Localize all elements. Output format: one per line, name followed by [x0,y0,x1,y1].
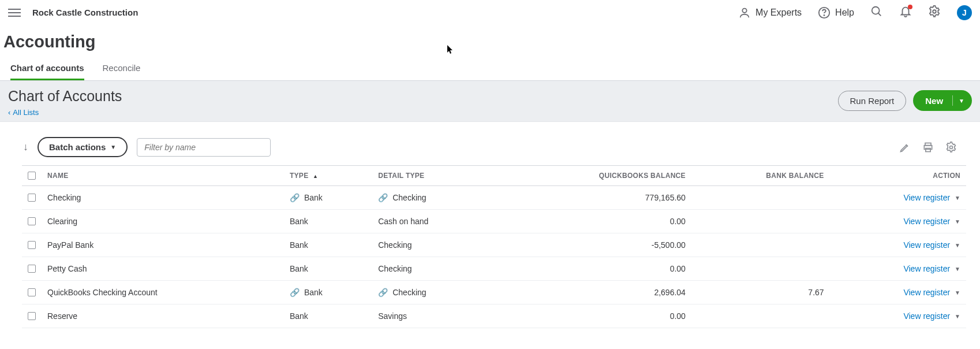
help-icon [818,6,831,19]
new-button[interactable]: New ▼ [913,90,972,111]
chevron-down-icon[interactable]: ▼ [955,195,960,201]
cell-action: View register▼ [830,186,966,210]
divider [952,95,953,106]
chevron-left-icon: ‹ [8,108,10,117]
cell-detail-text: Checking [392,288,426,297]
help-link[interactable]: Help [818,6,854,19]
col-type-label: TYPE [290,172,309,180]
filter-by-name-input[interactable] [137,138,271,157]
table-row: ClearingBankCash on hand0.00View registe… [22,210,966,233]
cell-bank-balance [691,186,830,210]
cell-bank-balance [691,305,830,328]
cell-detail: Checking [372,257,496,281]
company-name: Rock Castle Construction [32,8,138,17]
batch-actions-label: Batch actions [49,142,106,152]
pencil-icon[interactable] [899,142,911,153]
new-button-label: New [925,96,943,106]
col-quickbooks-balance[interactable]: QUICKBOOKS BALANCE [496,166,691,186]
cell-detail-text: Checking [378,264,412,273]
view-register-link[interactable]: View register▼ [903,193,960,202]
cell-qb-balance: 0.00 [496,257,691,281]
cell-action: View register▼ [830,233,966,257]
cell-type-text: Bank [290,240,308,250]
col-type[interactable]: TYPE ▲ [284,166,372,186]
view-register-link[interactable]: View register▼ [903,288,960,297]
tab-reconcile[interactable]: Reconcile [103,63,141,80]
chevron-down-icon[interactable]: ▼ [955,266,960,272]
chevron-down-icon: ▼ [959,98,964,104]
back-link-label: All Lists [13,108,39,117]
col-name[interactable]: NAME [42,166,284,186]
tab-chart-of-accounts[interactable]: Chart of accounts [10,63,84,80]
action-link-label: View register [903,240,950,250]
notifications-button[interactable] [899,5,912,20]
tabs: Chart of accounts Reconcile [0,51,980,81]
cell-action: View register▼ [830,257,966,281]
cell-name: Clearing [42,210,284,233]
cell-detail: 🔗Checking [372,281,496,305]
cell-type: 🔗Bank [284,186,372,210]
svg-point-5 [933,10,936,13]
person-icon [738,6,751,19]
row-checkbox[interactable] [28,288,36,296]
cell-bank-balance [691,233,830,257]
gear-icon[interactable] [945,142,957,153]
row-checkbox[interactable] [28,312,36,320]
run-report-button[interactable]: Run Report [838,91,907,111]
chevron-down-icon[interactable]: ▼ [955,242,960,248]
cell-qb-balance: 779,165.60 [496,186,691,210]
table-row: PayPal BankBankChecking-5,500.00View reg… [22,233,966,257]
row-checkbox[interactable] [28,265,36,273]
cell-qb-balance: 2,696.04 [496,281,691,305]
table-row: Checking🔗Bank🔗Checking779,165.60View reg… [22,186,966,210]
batch-actions-button[interactable]: Batch actions ▼ [38,137,128,157]
row-checkbox[interactable] [28,217,36,225]
collapse-sort-icon[interactable]: ↓ [23,141,28,153]
chevron-down-icon[interactable]: ▼ [955,313,960,320]
subheader: Chart of Accounts ‹ All Lists Run Report… [0,81,980,122]
chevron-down-icon[interactable]: ▼ [955,289,960,296]
back-all-lists-link[interactable]: ‹ All Lists [8,108,122,117]
gear-icon [928,5,941,18]
cell-detail: Cash on hand [372,210,496,233]
chevron-down-icon[interactable]: ▼ [955,218,960,225]
cell-type-text: Bank [304,193,323,202]
view-register-link[interactable]: View register▼ [903,240,960,250]
col-action[interactable]: ACTION [830,166,966,186]
top-bar: Rock Castle Construction My Experts Help… [0,0,980,25]
row-checkbox[interactable] [28,194,36,202]
link-icon: 🔗 [290,193,300,202]
settings-button[interactable] [928,5,941,20]
cell-action: View register▼ [830,305,966,328]
cell-detail-text: Checking [378,240,412,250]
action-link-label: View register [903,217,950,226]
cell-type: Bank [284,257,372,281]
table-row: ReserveBankSavings0.00View register▼ [22,305,966,328]
cell-detail-text: Cash on hand [378,217,428,226]
cell-detail: Savings [372,305,496,328]
action-link-label: View register [903,264,950,273]
cell-type: Bank [284,210,372,233]
row-checkbox[interactable] [28,241,36,249]
link-icon: 🔗 [378,288,388,297]
cell-detail: Checking [372,233,496,257]
col-bank-balance[interactable]: BANK BALANCE [691,166,830,186]
action-link-label: View register [903,288,950,297]
view-register-link[interactable]: View register▼ [903,264,960,273]
svg-point-3 [872,6,880,14]
col-detail-type[interactable]: DETAIL TYPE [372,166,496,186]
notification-dot-icon [908,5,912,9]
menu-icon[interactable] [8,6,21,19]
view-register-link[interactable]: View register▼ [903,217,960,226]
search-button[interactable] [870,5,883,20]
avatar[interactable]: J [957,5,972,20]
print-icon[interactable] [922,142,934,153]
my-experts-link[interactable]: My Experts [738,6,802,19]
cell-action: View register▼ [830,281,966,305]
svg-point-2 [824,15,825,16]
select-all-checkbox[interactable] [28,172,36,180]
table-row: QuickBooks Checking Account🔗Bank🔗Checkin… [22,281,966,305]
cell-bank-balance [691,257,830,281]
cell-name: PayPal Bank [42,233,284,257]
view-register-link[interactable]: View register▼ [903,311,960,321]
